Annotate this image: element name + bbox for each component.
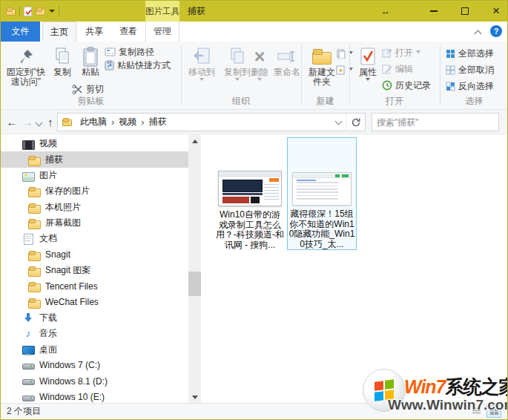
- file-name: Win10自带的游戏录制工具怎么用？-科技频道-和讯网 - 搜狗...: [216, 210, 284, 250]
- sidebar-item-snagit[interactable]: Snagit: [1, 246, 188, 262]
- drive-icon: [22, 392, 34, 403]
- file-list: Win10自带的游戏录制工具怎么用？-科技频道-和讯网 - 搜狗... 藏得很深…: [201, 134, 507, 404]
- scrollbar-thumb[interactable]: [188, 272, 201, 296]
- sidebar-item-documents[interactable]: 文档: [1, 231, 188, 246]
- maximize-button[interactable]: [454, 1, 476, 22]
- tab-share[interactable]: 共享: [78, 22, 110, 42]
- sidebar-item-snagit-patterns[interactable]: Snagit 图案: [1, 263, 188, 278]
- customize-qat-icon[interactable]: [49, 10, 55, 16]
- new-folder-button[interactable]: 新建文件夹: [305, 44, 339, 87]
- video-icon: [22, 138, 34, 149]
- folder-icon: [28, 154, 40, 165]
- rename-button[interactable]: 重命名: [272, 44, 302, 77]
- sidebar-item-drive-d[interactable]: Windows 8.1 (D:): [1, 373, 188, 389]
- paste-label: 粘贴: [82, 68, 99, 77]
- easy-access-button[interactable]: [336, 63, 353, 76]
- address-row: ← → ↑ 此电脑 › 视频 › 捕获: [1, 110, 507, 134]
- sidebar-item-saved-pictures[interactable]: 保存的图片: [1, 183, 188, 199]
- collapse-ribbon-button[interactable]: [472, 26, 484, 38]
- sidebar-item-tencent-files[interactable]: Tencent Files: [1, 278, 188, 294]
- close-button[interactable]: ×: [485, 1, 507, 22]
- tab-view[interactable]: 查看: [112, 22, 145, 42]
- sidebar-item-drive-c[interactable]: Windows 7 (C:): [1, 358, 188, 373]
- select-none-icon: [446, 65, 455, 75]
- breadcrumb-capture[interactable]: 捕获: [145, 116, 171, 128]
- music-note-icon: ♪: [22, 328, 34, 339]
- sidebar-item-drive-e[interactable]: Windows 10 (E:): [1, 390, 188, 405]
- open-label: 打开: [395, 47, 413, 59]
- forward-button[interactable]: →: [21, 110, 34, 134]
- new-item-button[interactable]: [336, 47, 353, 60]
- sidebar-item-camera-roll[interactable]: 本机照片: [1, 199, 188, 214]
- titlebar: 图片工具 捕获 ↔ ×: [1, 1, 507, 22]
- up-button[interactable]: ↑: [44, 110, 57, 134]
- search-input[interactable]: [372, 117, 496, 128]
- breadcrumb-this-pc[interactable]: 此电脑: [76, 116, 110, 128]
- delete-x-icon: ×: [254, 47, 265, 65]
- paste-button[interactable]: 粘贴: [76, 44, 105, 77]
- details-view-button[interactable]: [469, 405, 484, 418]
- tab-file[interactable]: 文件: [1, 22, 40, 42]
- sidebar-item-label: 图片: [39, 169, 57, 182]
- chevron-up-icon: [474, 30, 481, 37]
- copy-path-icon: [105, 47, 116, 56]
- edit-button[interactable]: 编辑: [382, 62, 413, 76]
- address-dropdown-button[interactable]: [331, 114, 346, 131]
- sidebar-item-videos[interactable]: 视频: [1, 136, 188, 151]
- back-button[interactable]: ←: [5, 110, 19, 134]
- new-folder-label: 新建文件夹: [305, 68, 339, 87]
- select-none-button[interactable]: 全部取消: [446, 63, 494, 76]
- sidebar-item-screenshots[interactable]: 屏幕截图: [1, 215, 188, 231]
- file-item-selected[interactable]: 藏得很深！15组你不知道的Win10隐藏功能_Win10技巧_太...: [287, 137, 357, 250]
- sidebar-item-pictures[interactable]: 图片: [1, 168, 188, 183]
- move-to-button[interactable]: 移动到: [185, 44, 219, 83]
- help-button[interactable]: ?: [490, 25, 502, 37]
- cut-button[interactable]: 剪切: [72, 82, 104, 96]
- recent-locations-icon[interactable]: [36, 119, 43, 127]
- folder-icon: [28, 186, 40, 197]
- sidebar-item-label: Tencent Files: [45, 281, 98, 292]
- sidebar-item-label: 桌面: [39, 344, 57, 356]
- quick-access-toolbar: [6, 6, 59, 16]
- tab-manage[interactable]: 管理: [145, 22, 179, 42]
- copy-path-button[interactable]: 复制路径: [105, 45, 154, 59]
- invert-selection-button[interactable]: 反向选择: [446, 79, 494, 93]
- triangle-up-icon: [192, 137, 198, 143]
- view-buttons: [469, 405, 501, 418]
- address-bar[interactable]: 此电脑 › 视频 › 捕获: [57, 113, 366, 131]
- tab-home[interactable]: 主页: [42, 22, 76, 42]
- sidebar-item-capture[interactable]: 捕获: [1, 151, 188, 167]
- sidebar-item-wechat-files[interactable]: WeChat Files: [1, 294, 188, 309]
- properties-button[interactable]: 属性: [355, 44, 380, 83]
- history-clock-icon: [382, 80, 392, 91]
- select-all-button[interactable]: 全部选择: [446, 47, 494, 60]
- folder-icon: [28, 217, 40, 229]
- file-item[interactable]: Win10自带的游戏录制工具怎么用？-科技频道-和讯网 - 搜狗...: [214, 139, 286, 250]
- thumbnails-view-button[interactable]: [486, 405, 501, 418]
- sidebar-item-desktop[interactable]: 桌面: [1, 341, 188, 357]
- folder-icon[interactable]: [6, 7, 16, 16]
- properties-icon[interactable]: [24, 7, 32, 16]
- history-button[interactable]: 历史记录: [382, 79, 431, 92]
- scroll-up-button[interactable]: [188, 134, 201, 147]
- paste-shortcut-button[interactable]: 粘贴快捷方式: [105, 59, 171, 72]
- chevron-down-icon: [235, 78, 240, 83]
- open-button[interactable]: 打开: [382, 46, 420, 59]
- resize-pointer-icon: ↔: [377, 1, 395, 22]
- file-thumbnail: [292, 172, 352, 206]
- copy-button[interactable]: 复制: [48, 44, 76, 77]
- pin-to-quick-access-button[interactable]: 固定到"快速访问": [4, 44, 48, 87]
- minimize-button[interactable]: [423, 1, 445, 22]
- sidebar-item-downloads[interactable]: 下载: [1, 310, 188, 326]
- delete-button[interactable]: × 删除: [247, 44, 272, 83]
- easy-access-icon: [336, 65, 346, 75]
- new-folder-icon[interactable]: [36, 7, 45, 16]
- sidebar-item-music[interactable]: ♪音乐: [1, 326, 188, 341]
- divider: [59, 6, 59, 16]
- explorer-window: 图片工具 捕获 ↔ × 文件 主页 共享 查看 管理 ? 固定到"快速访问": [0, 0, 508, 420]
- move-to-label: 移动到: [188, 68, 215, 77]
- nav-scrollbar[interactable]: [188, 134, 201, 404]
- sidebar-item-label: 本机照片: [45, 201, 81, 214]
- refresh-button[interactable]: [346, 114, 365, 131]
- breadcrumb-videos[interactable]: 视频: [115, 116, 140, 128]
